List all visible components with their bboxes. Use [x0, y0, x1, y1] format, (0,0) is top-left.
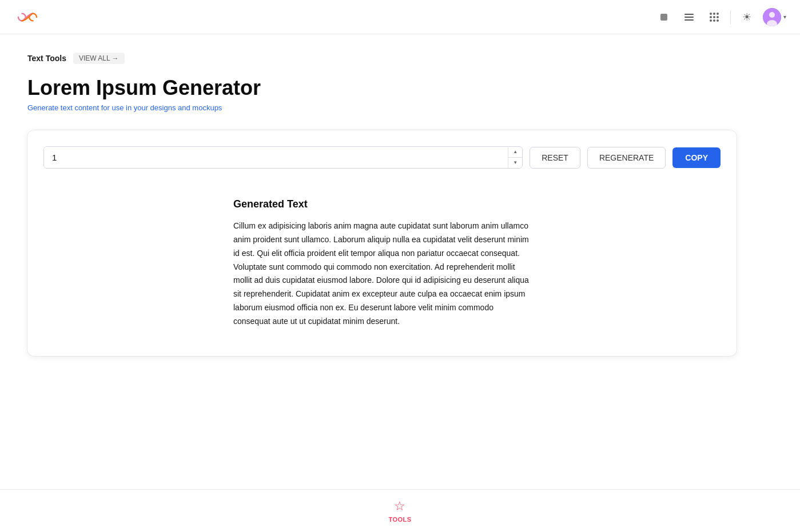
main-content: Text Tools VIEW ALL → Lorem Ipsum Genera…: [0, 34, 800, 489]
list-icon[interactable]: [680, 8, 698, 26]
stepper-up-button[interactable]: ▲: [508, 147, 522, 158]
reset-button[interactable]: RESET: [530, 147, 580, 169]
avatar: [763, 8, 781, 26]
grid-icon[interactable]: [705, 8, 723, 26]
svg-point-2: [769, 12, 775, 18]
header-right: ☀ ▾: [655, 8, 786, 26]
breadcrumb-row: Text Tools VIEW ALL →: [27, 53, 773, 64]
generated-content: Generated Text Cillum ex adipisicing lab…: [233, 198, 531, 328]
footer-tools-label: TOOLS: [388, 516, 411, 523]
user-menu-chevron: ▾: [783, 14, 786, 20]
logo[interactable]: [14, 8, 41, 26]
page-title: Lorem Ipsum Generator: [27, 75, 773, 100]
header-divider: [730, 10, 731, 24]
copy-button[interactable]: COPY: [672, 147, 721, 168]
theme-toggle-icon[interactable]: ☀: [738, 8, 756, 26]
breadcrumb: Text Tools: [27, 54, 66, 63]
footer-tools-button[interactable]: ☆ TOOLS: [388, 499, 411, 523]
number-input-wrapper: ▲ ▼: [43, 146, 523, 169]
user-menu[interactable]: ▾: [763, 8, 786, 26]
footer: ☆ TOOLS: [0, 489, 800, 532]
main-card: ▲ ▼ RESET REGENERATE COPY Generated Text…: [27, 130, 737, 355]
controls-row: ▲ ▼ RESET REGENERATE COPY: [43, 146, 721, 169]
paragraph-count-input[interactable]: [44, 147, 508, 168]
stepper-buttons: ▲ ▼: [508, 147, 522, 168]
view-all-button[interactable]: VIEW ALL →: [73, 53, 125, 64]
logo-icon: [14, 8, 41, 26]
generated-body: Cillum ex adipisicing laboris anim magna…: [233, 219, 531, 328]
generated-title: Generated Text: [233, 198, 531, 210]
list-lines-icon: [684, 14, 694, 21]
grid-dots-icon: [710, 13, 719, 22]
generated-area: Generated Text Cillum ex adipisicing lab…: [43, 187, 721, 339]
page-subtitle: Generate text content for use in your de…: [27, 103, 773, 112]
header: ☀ ▾: [0, 0, 800, 34]
star-icon: ☆: [394, 499, 405, 514]
stepper-down-button[interactable]: ▼: [508, 158, 522, 168]
stop-icon[interactable]: [655, 8, 673, 26]
regenerate-button[interactable]: REGENERATE: [587, 147, 666, 169]
svg-rect-0: [660, 14, 667, 21]
